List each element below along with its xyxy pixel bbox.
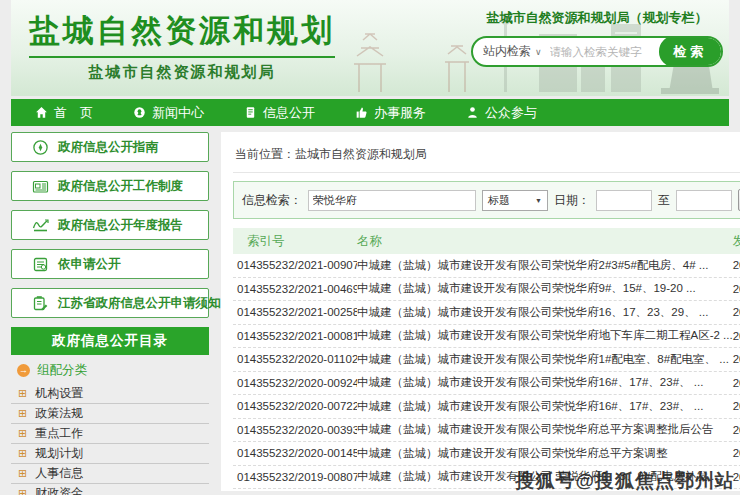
filter-label: 信息检索： <box>242 192 302 209</box>
category-item-label: 财政资金 <box>35 485 83 495</box>
thumb-icon <box>355 106 368 119</box>
cell-date: 2020-08-25 <box>733 400 740 412</box>
clipboard-icon <box>32 295 49 312</box>
plus-box-icon <box>18 448 27 459</box>
field-select[interactable]: 标题 <box>482 190 548 211</box>
breadcrumb: 当前位置：盐城市自然资源和规划局 <box>233 138 740 173</box>
nav-label: 首 页 <box>54 104 93 122</box>
site-search-button[interactable]: 检索 <box>659 36 721 67</box>
table-row[interactable]: 014355232/2021-00907 中城建（盐城）城市建设开发有限公司荣悦… <box>233 254 740 278</box>
nav-label: 办事服务 <box>374 104 426 122</box>
site-title: 盐城自然资源和规划 <box>29 10 335 58</box>
table-row[interactable]: 014355232/2020-00722 中城建（盐城）城市建设开发有限公司荣悦… <box>233 395 740 419</box>
cell-name[interactable]: 中城建（盐城）城市建设开发有限公司荣悦华府2#3#5#配电房、4# ... <box>357 258 733 273</box>
nav-label: 公众参与 <box>485 104 537 122</box>
table-row[interactable]: 014355232/2021-00258 中城建（盐城）城市建设开发有限公司荣悦… <box>233 301 740 325</box>
news-icon <box>133 106 146 119</box>
cell-index-no: 014355232/2021-00258 <box>233 306 357 318</box>
category-item[interactable]: 机构设置 <box>11 384 209 404</box>
document-icon <box>244 106 257 119</box>
col-header-date: 发布日期 <box>733 233 740 250</box>
nav-item-participate[interactable]: 公众参与 <box>466 104 537 122</box>
category-item[interactable]: 规划计划 <box>11 444 209 464</box>
plus-box-icon <box>18 388 27 399</box>
category-item[interactable]: 人事信息 <box>11 464 209 484</box>
sidebar-item-annual-report[interactable]: 政府信息公开年度报告 <box>11 210 209 240</box>
compass-icon <box>32 139 49 156</box>
date-from-input[interactable] <box>596 190 652 211</box>
search-scope-dropdown[interactable]: 站内检索 <box>473 43 546 60</box>
search-scope-label: 站内检索 <box>483 44 531 58</box>
sidebar-item-guide[interactable]: 政府信息公开指南 <box>11 132 209 162</box>
category-item[interactable]: 政策法规 <box>11 404 209 424</box>
plus-box-icon <box>18 408 27 419</box>
nav-label: 新闻中心 <box>152 104 204 122</box>
date-to-label: 至 <box>658 192 670 209</box>
site-brand: 盐城自然资源和规划 盐城市自然资源和规划局 <box>29 10 335 82</box>
table-row[interactable]: 014355232/2020-00145 中城建（盐城）城市建设开发有限公司荣悦… <box>233 442 740 466</box>
site-search-input[interactable] <box>546 46 659 58</box>
sidebar-item-label: 江苏省政府信息公开申请须知 <box>58 295 221 312</box>
cell-name[interactable]: 中城建（盐城）城市建设开发有限公司荣悦华府16、17、23、29、 ... <box>357 305 733 320</box>
cell-date: 2021-04-29 <box>733 306 740 318</box>
sidebar-item-label: 政府信息公开指南 <box>58 139 158 156</box>
category-item-label: 政策法规 <box>35 405 83 422</box>
cell-name[interactable]: 中城建（盐城）城市建设开发有限公司荣悦华府9#、15#、19-20 ... <box>357 281 733 296</box>
keyword-input[interactable] <box>308 190 476 211</box>
watermark-text: 搜狐号@搜狐焦点鄂州站 <box>515 468 735 494</box>
nav-item-home[interactable]: 首 页 <box>35 104 93 122</box>
cell-date: 2021-09-13 <box>733 259 740 271</box>
sidebar-item-label: 政府信息公开年度报告 <box>58 217 183 234</box>
column-title: 盐城市自然资源和规划局（规划专栏） <box>471 9 723 27</box>
cell-date: 2020-03-25 <box>733 447 740 459</box>
table-row[interactable]: 014355232/2020-00393 中城建（盐城）城市建设开发有限公司荣悦… <box>233 419 740 443</box>
newspaper-icon <box>32 178 49 195</box>
cell-index-no: 014355232/2020-00145 <box>233 447 357 459</box>
directory-banner[interactable]: 政府信息公开目录 <box>11 327 209 355</box>
table-row[interactable]: 014355232/2021-00081 中城建（盐城）城市建设开发有限公司荣悦… <box>233 325 740 349</box>
field-select-value: 标题 <box>488 193 510 208</box>
nav-item-info[interactable]: 信息公开 <box>244 104 315 122</box>
cell-name[interactable]: 中城建（盐城）城市建设开发有限公司荣悦华府总平方案调整批后公告 <box>357 422 733 437</box>
page: 盐城自然资源和规划 盐城市自然资源和规划局 盐城市自然资源和规划局（规划专栏） … <box>11 0 729 495</box>
table-row[interactable]: 014355232/2020-00924 中城建（盐城）城市建设开发有限公司荣悦… <box>233 372 740 396</box>
date-to-input[interactable] <box>676 190 732 211</box>
table-header: 索引号 名称 发布日期 <box>233 228 740 254</box>
cell-date: 2020-10-27 <box>733 377 740 389</box>
chart-icon <box>32 217 49 234</box>
category-item-label: 人事信息 <box>35 465 83 482</box>
table-row[interactable]: 014355232/2021-00469 中城建（盐城）城市建设开发有限公司荣悦… <box>233 278 740 302</box>
nav-item-news[interactable]: 新闻中心 <box>133 104 204 122</box>
cell-date: 2020-05-27 <box>733 424 740 436</box>
cell-name[interactable]: 中城建（盐城）城市建设开发有限公司荣悦华府地下车库二期工程A区-2 ... <box>357 328 733 343</box>
col-header-name: 名称 <box>357 233 733 250</box>
category-item[interactable]: 重点工作 <box>11 424 209 444</box>
cell-name[interactable]: 中城建（盐城）城市建设开发有限公司荣悦华府总平方案调整 <box>357 446 733 461</box>
cell-index-no: 014355232/2020-01102 <box>233 353 357 365</box>
category-item-label: 规划计划 <box>35 445 83 462</box>
site-search-bar: 站内检索 检索 <box>471 36 723 67</box>
sidebar-item-apply-disclosure[interactable]: 依申请公开 <box>11 249 209 279</box>
plus-box-icon <box>18 468 27 479</box>
category-group-label: 组配分类 <box>37 362 87 379</box>
category-item[interactable]: 财政资金 <box>11 484 209 495</box>
date-label: 日期： <box>554 192 590 209</box>
col-header-index: 索引号 <box>233 233 357 250</box>
category-group-header[interactable]: 组配分类 <box>11 355 209 384</box>
cell-index-no: 014355232/2020-00393 <box>233 424 357 436</box>
cell-date: 2021-01-29 <box>733 330 740 342</box>
nav-label: 信息公开 <box>263 104 315 122</box>
main-nav: 首 页 新闻中心 信息公开 办事服务 公众参与 <box>11 99 729 126</box>
cell-name[interactable]: 中城建（盐城）城市建设开发有限公司荣悦华府16#、17#、23#、 ... <box>357 399 733 414</box>
nav-item-service[interactable]: 办事服务 <box>355 104 426 122</box>
cell-date: 2021-07-10 <box>733 283 740 295</box>
sidebar-item-work-system[interactable]: 政府信息公开工作制度 <box>11 171 209 201</box>
book-icon <box>32 256 49 273</box>
cell-name[interactable]: 中城建（盐城）城市建设开发有限公司荣悦华府1#配电室、8#配电室、 ... <box>357 352 733 367</box>
site-header: 盐城自然资源和规划 盐城市自然资源和规划局 盐城市自然资源和规划局（规划专栏） … <box>11 0 729 96</box>
home-icon <box>35 106 48 119</box>
sidebar-item-application-notice[interactable]: 江苏省政府信息公开申请须知 <box>11 288 209 318</box>
main-content: 当前位置：盐城市自然资源和规划局 信息检索： 标题 日期： 至 检索 索引号 名… <box>221 132 740 491</box>
cell-name[interactable]: 中城建（盐城）城市建设开发有限公司荣悦华府16#、17#、23#、 ... <box>357 375 733 390</box>
table-row[interactable]: 014355232/2020-01102 中城建（盐城）城市建设开发有限公司荣悦… <box>233 348 740 372</box>
